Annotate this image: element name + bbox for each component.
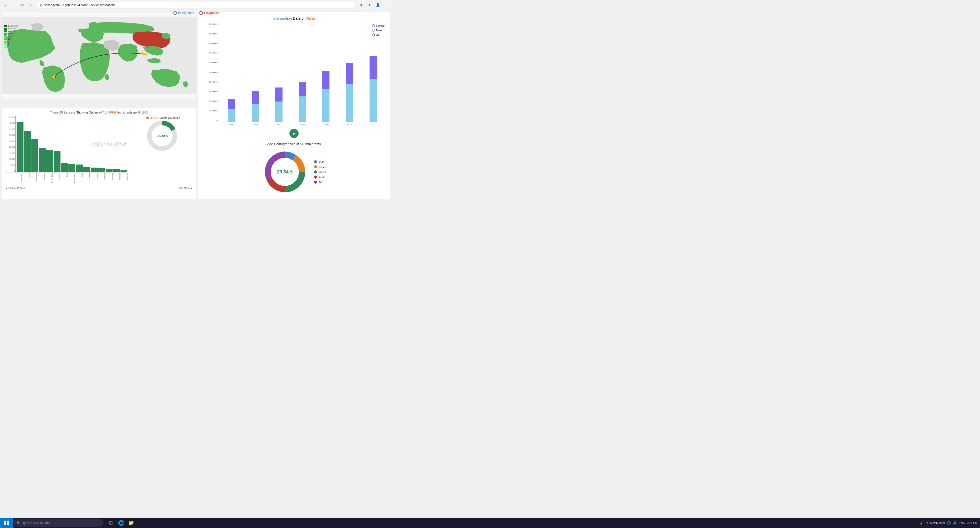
lock-icon: 🔒 bbox=[39, 3, 43, 6]
address-bar[interactable]: 🔒 sanchayan721.github.io/MigrantStocksVi… bbox=[36, 2, 356, 8]
bar-group-2015 bbox=[339, 63, 360, 122]
menu-button[interactable]: ⋮ bbox=[382, 2, 390, 9]
age-legend-dot-0-14 bbox=[314, 160, 317, 163]
bar-male-2005 bbox=[299, 97, 306, 122]
bookmark-button[interactable]: ★ bbox=[366, 2, 373, 9]
origin-donut-section: Top 16.67% Origin Countries 22.20% bbox=[131, 116, 193, 186]
show-more-button[interactable]: Show More ► bbox=[177, 187, 193, 190]
back-button[interactable]: ← bbox=[3, 2, 10, 9]
age-legend-30-44: 30-44 bbox=[314, 170, 326, 173]
legend-bar: Immigration Emigration bbox=[173, 11, 219, 15]
home-button[interactable]: ⌂ bbox=[27, 2, 34, 9]
emigration-legend-label: Emigration bbox=[204, 11, 219, 15]
origin-bars-wrapper: 45,000 40,000 35,000 30,000 25,000 20,00… bbox=[5, 116, 128, 173]
origin-bar-12 bbox=[98, 168, 105, 172]
bar-female-2017 bbox=[369, 56, 377, 79]
bar-female-2015 bbox=[346, 63, 353, 84]
age-legend-label-0-14: 0-14 bbox=[319, 160, 325, 163]
origin-bar-13 bbox=[106, 170, 113, 172]
origin-layout: 45,000 40,000 35,000 30,000 25,000 20,00… bbox=[5, 116, 193, 186]
origin-x-labels: Philippine... Brazil Indonesia Viet Nam … bbox=[5, 173, 128, 186]
bar-male-2000 bbox=[275, 101, 283, 122]
origin-bar-chart: 45,000 40,000 35,000 30,000 25,000 20,00… bbox=[5, 116, 128, 186]
bar-female-1990 bbox=[228, 99, 235, 109]
origin-bar-2 bbox=[24, 132, 31, 172]
url-text: sanchayan721.github.io/MigrantStocksVisu… bbox=[44, 3, 115, 7]
female-legend-label: Female bbox=[376, 24, 385, 27]
age-legend-label-15-29: 15-29 bbox=[319, 165, 326, 168]
immigration-legend-item[interactable]: Immigration bbox=[173, 11, 194, 15]
origin-bar-14 bbox=[113, 170, 120, 172]
bar-male-2015 bbox=[346, 84, 353, 122]
bar-group-2017 bbox=[363, 56, 384, 122]
all-legend-icon bbox=[372, 33, 375, 36]
world-map[interactable] bbox=[2, 12, 196, 99]
profile-button[interactable]: 👤 bbox=[374, 2, 381, 9]
origin-x-label-12: Malaysia bbox=[99, 173, 106, 180]
origin-bar-7 bbox=[61, 163, 68, 172]
origin-bars-area bbox=[15, 116, 128, 172]
reload-button[interactable]: ↻ bbox=[19, 2, 26, 9]
chart-legend: Female Male All bbox=[372, 24, 385, 36]
x-axis-labels: 1990 1995 2000 2005 2010 2015 2017 bbox=[219, 122, 386, 127]
origin-x-label-11: Japan bbox=[91, 173, 98, 178]
play-button-container: ▶ bbox=[202, 129, 386, 138]
age-demographics-section: Age Demographics of All Immigrants bbox=[202, 142, 386, 195]
origin-x-label-10: Canada bbox=[83, 173, 91, 179]
bar-male-2010 bbox=[322, 89, 329, 122]
bar-group-2010 bbox=[315, 71, 337, 122]
nav-actions: ◄ Show Previous Show More ► bbox=[5, 187, 193, 190]
bar-group-1990 bbox=[221, 99, 242, 122]
svg-point-1 bbox=[52, 75, 56, 79]
show-previous-button[interactable]: ◄ Show Previous bbox=[5, 187, 25, 190]
forward-button[interactable]: → bbox=[11, 2, 18, 9]
origin-bar-3 bbox=[32, 139, 38, 172]
age-layout: 29.34% 0-14 15-29 30-44 bbox=[262, 149, 326, 195]
bars-area bbox=[219, 23, 386, 122]
origin-x-label-9: India bbox=[76, 173, 83, 177]
chart-title: Immigration Data of China bbox=[202, 16, 386, 21]
origin-bar-10 bbox=[83, 167, 90, 172]
age-legend-15-29: 15-29 bbox=[314, 165, 326, 168]
browser-chrome: ← → ↻ ⌂ 🔒 sanchayan721.github.io/Migrant… bbox=[0, 0, 392, 10]
bar-group-1995 bbox=[245, 91, 266, 122]
donut-center-value: 22.20% bbox=[156, 134, 168, 138]
age-center-text: 29.34% bbox=[277, 170, 293, 175]
bars-wrapper: 1990 1995 2000 2005 2010 2015 2017 bbox=[219, 23, 386, 127]
immigration-chart-section: Immigration Data of China 10,000,000 9,0… bbox=[198, 12, 390, 199]
bar-male-1995 bbox=[251, 104, 259, 122]
bar-male-2017 bbox=[369, 79, 377, 122]
emigration-legend-item[interactable]: Emigration bbox=[199, 11, 219, 15]
age-legend-label-60plus: 60+ bbox=[319, 181, 324, 184]
age-donut-container: 29.34% bbox=[262, 149, 308, 195]
play-button[interactable]: ▶ bbox=[290, 129, 299, 138]
origin-y-axis: 45,000 40,000 35,000 30,000 25,000 20,00… bbox=[5, 116, 15, 172]
female-legend-icon bbox=[372, 24, 375, 27]
origin-bar-11 bbox=[91, 168, 97, 172]
origin-bar-15 bbox=[121, 170, 127, 172]
age-legend-dot-30-44 bbox=[314, 170, 317, 173]
bar-female-2005 bbox=[299, 82, 306, 97]
main-content: Immigration Emigration bbox=[0, 10, 392, 201]
bar-female-2000 bbox=[275, 87, 283, 101]
origin-title: These 15 Bars are Showing Origins of 41.… bbox=[5, 111, 193, 114]
emigration-legend-circle bbox=[199, 11, 203, 15]
scale-bar: 10,000,000 1,000,000 100,000 10,000 1,00… bbox=[4, 25, 18, 48]
male-legend-label: Male bbox=[376, 29, 382, 32]
bar-female-2010 bbox=[322, 71, 329, 89]
y-axis: 10,000,000 9,000,000 8,000,000 7,000,000… bbox=[202, 23, 219, 127]
age-legend-45-59: 45-59 bbox=[314, 176, 326, 179]
origin-bar-6 bbox=[54, 151, 60, 172]
origin-x-label-14: Australia bbox=[114, 173, 121, 180]
legend-female: Female bbox=[372, 24, 385, 27]
age-legend-dot-45-59 bbox=[314, 176, 317, 179]
origin-bar-8 bbox=[68, 164, 75, 172]
bar-group-2000 bbox=[268, 87, 290, 122]
extensions-button[interactable]: ■ bbox=[358, 2, 365, 9]
all-legend-label: All bbox=[376, 34, 379, 36]
age-legend: 0-14 15-29 30-44 45-59 bbox=[314, 160, 326, 184]
donut-container: 22.20% bbox=[147, 121, 177, 151]
origin-bar-1 bbox=[17, 122, 24, 172]
bar-chart-wrapper: 10,000,000 9,000,000 8,000,000 7,000,000… bbox=[202, 23, 386, 127]
origin-bar-4 bbox=[39, 148, 46, 172]
